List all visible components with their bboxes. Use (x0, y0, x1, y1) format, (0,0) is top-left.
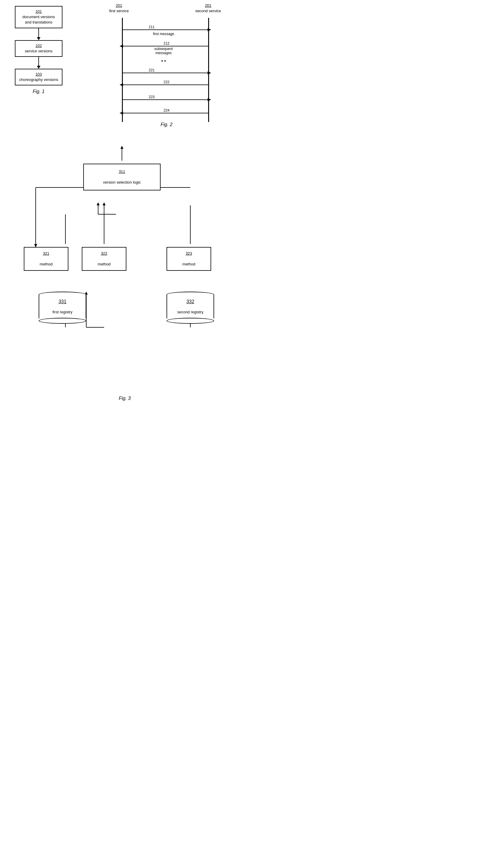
box-321: 321 method (24, 247, 69, 271)
label-323: method (182, 262, 195, 267)
label-332: second registry (177, 310, 204, 314)
ref-201-right: 201 (205, 3, 211, 8)
arrow-101-102 (37, 37, 40, 40)
cyl-331: 331 first registry (39, 292, 86, 324)
fig1-label: Fig. 1 (6, 89, 71, 94)
ref-101: 101 (35, 9, 42, 14)
ref-323: 323 (185, 251, 192, 256)
arrow-102-103 (37, 66, 40, 69)
box-102: 102 service versions (15, 40, 62, 57)
ref-332: 332 (186, 299, 194, 305)
label-service-right: second service (195, 9, 221, 13)
fig3-container: 311 version selection logic 321 method 3… (6, 146, 244, 401)
ref-102: 102 (35, 44, 42, 48)
svg-text:222: 222 (163, 80, 170, 84)
cyl-332-body: 332 second registry (167, 295, 214, 318)
ref-321: 321 (43, 251, 49, 256)
svg-text:first message: first message (153, 32, 174, 36)
label-331: first registry (52, 310, 72, 314)
cyl-331-body: 331 first registry (39, 295, 86, 318)
lifeline-left (122, 18, 123, 122)
fig2-container: 201 first service 201 second service 211… (98, 3, 235, 127)
box-323: 323 method (167, 247, 211, 271)
svg-text:subsequent: subsequent (154, 47, 173, 51)
sequence-diagram: 201 first service 201 second service 211… (98, 3, 235, 128)
label-service-left: first service (109, 9, 129, 13)
connector-101-102 (38, 28, 39, 37)
arrows-svg: 211 first message 212 subsequent message… (98, 3, 235, 128)
lifeline-right (208, 18, 209, 122)
service-right-label: 201 second service (190, 3, 226, 14)
cyl-331-bottom (39, 318, 86, 324)
svg-text:212: 212 (163, 41, 170, 46)
box-103: 103 choreography versions (15, 69, 62, 85)
ref-331: 331 (59, 299, 66, 305)
svg-text:221: 221 (149, 68, 155, 72)
svg-marker-35 (97, 202, 100, 205)
label-101: document versions and translations (22, 15, 55, 24)
box-311: 311 version selection logic (83, 164, 161, 190)
svg-text:messages: messages (156, 51, 172, 55)
ref-311: 311 (119, 169, 125, 174)
cyl-332: 332 second registry (167, 292, 214, 324)
svg-text:• •: • • (161, 58, 166, 63)
svg-marker-23 (120, 146, 123, 149)
label-102: service versions (25, 49, 52, 53)
fig1-container: 101 document versions and translations 1… (6, 6, 71, 94)
cyl-332-bottom (167, 318, 214, 324)
ref-322: 322 (101, 251, 107, 256)
ref-103: 103 (35, 72, 42, 76)
service-left-label: 201 first service (101, 3, 137, 14)
box-322: 322 method (82, 247, 126, 271)
label-103: choreography versions (19, 78, 58, 82)
fig3-inner: 311 version selection logic 321 method 3… (6, 146, 244, 405)
connector-102-103 (38, 57, 39, 66)
svg-text:224: 224 (163, 108, 170, 112)
svg-marker-32 (102, 202, 106, 205)
page: 101 document versions and translations 1… (0, 0, 250, 434)
svg-text:223: 223 (149, 95, 155, 99)
label-322: method (98, 262, 110, 267)
label-321: method (39, 262, 52, 267)
label-311: version selection logic (103, 180, 141, 185)
svg-text:211: 211 (149, 25, 155, 29)
box-101: 101 document versions and translations (15, 6, 62, 28)
ref-201-left: 201 (116, 3, 122, 8)
